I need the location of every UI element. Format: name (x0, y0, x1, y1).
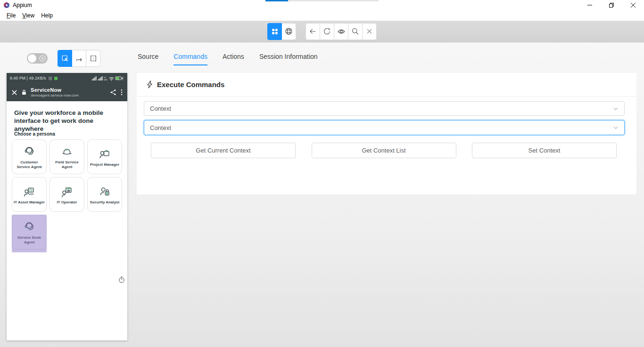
page-heading: Give your workforce a mobile interface t… (14, 109, 124, 133)
svg-text:WiFi: WiFi (104, 79, 107, 81)
phone-page-body: Give your workforce a mobile interface t… (7, 101, 127, 340)
restore-icon (609, 3, 614, 8)
appium-logo-icon (3, 2, 10, 8)
persona-label: IT Asset Manager (12, 200, 46, 205)
tab-source[interactable]: Source (138, 53, 158, 65)
screenshot-controls (27, 50, 100, 67)
minimize-button[interactable] (579, 0, 601, 10)
command-buttons-row: Get Current Context Get Context List Set… (151, 143, 617, 158)
tab-session-information[interactable]: Session Information (259, 53, 318, 65)
persona-grid: Customer Service Agent Field Service Age… (12, 139, 122, 250)
persona-label: Security Analyst (89, 200, 121, 205)
command-group-dropdown[interactable]: Context (144, 101, 625, 116)
hard-hat-icon (60, 145, 74, 159)
loading-progress-fill (265, 0, 288, 1)
alarm-clock-icon (48, 76, 52, 81)
loading-progress-bar (265, 0, 379, 1)
globe-icon (285, 27, 293, 35)
search-icon (351, 27, 359, 35)
get-current-context-button[interactable]: Get Current Context (151, 143, 296, 158)
device-screenshot[interactable]: 6:40 PM | 49.1KB/s Vo WiFi (7, 73, 127, 340)
tap-coordinates-tool[interactable] (86, 50, 100, 67)
window-controls (579, 0, 644, 10)
menubar: File View Help (0, 10, 644, 21)
site-title: ServiceNow (31, 87, 106, 93)
inspector-tabbar: Source Commands Actions Session Informat… (138, 53, 318, 65)
chevron-down-icon (613, 106, 619, 112)
command-subgroup-dropdown[interactable]: Context (144, 120, 625, 135)
browser-title-block: ServiceNow demoagent.service-now.com (31, 87, 106, 97)
main-content: 6:40 PM | 49.1KB/s Vo WiFi (0, 42, 644, 347)
panel-title: Execute Commands (157, 81, 224, 89)
share-icon[interactable] (110, 89, 116, 96)
select-element-icon (61, 54, 69, 63)
refresh-icon (323, 27, 331, 35)
interaction-tool-group (58, 50, 100, 67)
back-button[interactable] (305, 23, 320, 40)
stopwatch-icon[interactable] (118, 276, 125, 283)
menu-file[interactable]: File (3, 11, 19, 20)
execute-commands-panel: Execute Commands Context Context Get Cur… (137, 73, 636, 194)
lock-icon (22, 89, 26, 95)
persona-project-manager[interactable]: Project Manager (87, 139, 122, 174)
persona-service-desk-agent[interactable]: Service Desk Agent (12, 215, 47, 250)
statusbar-text: 6:40 PM | 49.1KB/s (10, 76, 46, 81)
persona-security-analyst[interactable]: Security Analyst (87, 177, 122, 212)
persona-it-asset-manager[interactable]: IT Asset Manager (12, 177, 47, 212)
back-arrow-icon (309, 27, 317, 35)
close-x-icon[interactable] (11, 89, 17, 96)
app-title: Appium (13, 2, 32, 8)
selected-element-highlight (12, 215, 47, 252)
persona-customer-service-agent[interactable]: Customer Service Agent (12, 139, 47, 174)
site-url: demoagent.service-now.com (31, 93, 106, 97)
persona-label: IT Operator (55, 200, 78, 205)
search-elements-button[interactable] (348, 23, 363, 40)
menu-view[interactable]: View (19, 11, 38, 20)
close-icon (631, 3, 636, 8)
view-mode-group (267, 23, 296, 40)
persona-label: Customer Service Agent (12, 160, 46, 169)
get-context-list-button[interactable]: Get Context List (312, 143, 456, 158)
person-lock-icon (98, 185, 112, 199)
lightning-bolt-icon (146, 81, 153, 89)
swipe-icon (75, 54, 83, 63)
native-view-button[interactable] (267, 23, 282, 40)
toggle-knob (28, 54, 36, 63)
phone-browser-bar: ServiceNow demoagent.service-now.com (7, 83, 127, 101)
main-toolbar (0, 21, 644, 42)
web-view-button[interactable] (281, 23, 296, 40)
refresh-button[interactable] (320, 23, 334, 40)
persona-field-service-agent[interactable]: Field Service Agent (50, 139, 84, 174)
person-screen-icon (60, 185, 74, 199)
session-nav-group (305, 23, 377, 40)
eye-icon (337, 27, 346, 36)
app-identity: Appium (0, 2, 32, 8)
dropdown-value: Context (150, 105, 613, 112)
person-folder-icon (98, 147, 112, 161)
dropdown-value: Context (150, 124, 613, 131)
headset-person-icon (22, 145, 36, 159)
choose-persona-label: Choose a persona (14, 131, 55, 137)
close-x-icon (366, 28, 373, 35)
persona-label: Field Service Agent (50, 160, 84, 169)
close-button[interactable] (622, 0, 644, 10)
tab-commands[interactable]: Commands (173, 53, 207, 65)
chevron-down-icon (613, 125, 619, 130)
person-laptop-icon (22, 185, 36, 199)
toggle-off-icon (39, 55, 46, 62)
phone-statusbar: 6:40 PM | 49.1KB/s Vo WiFi (7, 73, 127, 83)
kebab-menu-icon[interactable] (121, 89, 123, 96)
swipe-coordinates-tool[interactable] (72, 50, 86, 67)
menu-help[interactable]: Help (38, 11, 56, 20)
set-context-button[interactable]: Set Context (472, 143, 617, 158)
titlebar: Appium (0, 0, 644, 10)
restore-button[interactable] (601, 0, 622, 10)
quit-session-button[interactable] (362, 23, 377, 40)
highlight-elements-button[interactable] (334, 23, 348, 40)
panel-header: Execute Commands (137, 73, 636, 97)
select-elements-tool[interactable] (58, 50, 72, 67)
app-indicator-icon (54, 77, 58, 80)
refresh-toggle[interactable] (27, 53, 48, 64)
tab-actions[interactable]: Actions (223, 53, 244, 65)
persona-it-operator[interactable]: IT Operator (50, 177, 84, 212)
